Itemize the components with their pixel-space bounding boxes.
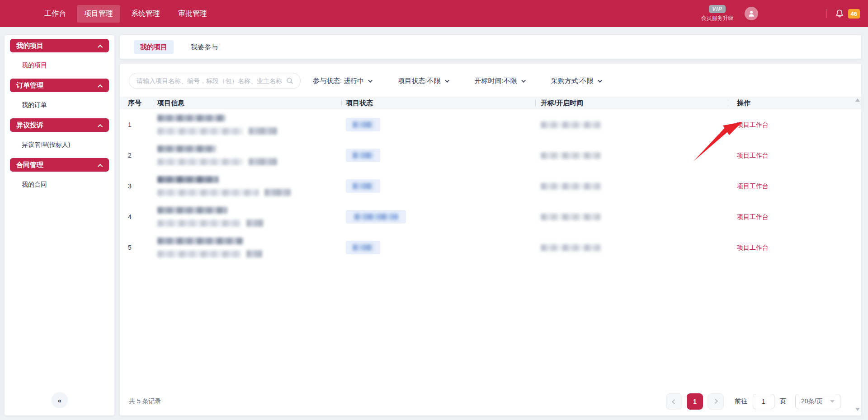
- sidebar-section-my-projects[interactable]: 我的项目: [10, 39, 109, 52]
- status-badge: [346, 118, 380, 131]
- project-tag-redacted: [249, 158, 277, 165]
- open-time-cell: [535, 121, 728, 128]
- filter-procurement-method[interactable]: 采购方式:不限: [551, 77, 602, 85]
- actions-cell: 项目工作台: [728, 182, 861, 191]
- row-index: 4: [120, 213, 154, 220]
- vip-upgrade-link[interactable]: VIP 会员服务升级: [701, 5, 734, 22]
- current-page-button[interactable]: 1: [687, 393, 703, 410]
- page-unit-label: 页: [780, 397, 786, 406]
- sidebar: 我的项目 我的项目 订单管理 我的订单 异议投诉 异议管理(投标人) 合同管理 …: [5, 35, 114, 415]
- notification-count-badge: 46: [848, 9, 860, 19]
- main-area: 我的项目 我要参与 参与状态: 进行中 项目状态:不限: [120, 35, 861, 415]
- open-time-cell: [535, 183, 728, 190]
- project-title-redacted: [157, 207, 227, 214]
- open-time-redacted: [541, 152, 601, 159]
- page-size-select[interactable]: 20条/页: [795, 394, 840, 409]
- sidebar-item-my-projects[interactable]: 我的项目: [5, 59, 114, 72]
- project-workbench-link[interactable]: 项目工作台: [737, 152, 769, 159]
- project-status-cell: [341, 149, 535, 162]
- project-info-cell: [154, 238, 341, 257]
- header-actions: 操作: [728, 97, 861, 109]
- nav-item-system-management[interactable]: 系统管理: [124, 5, 167, 23]
- project-subinfo-redacted: [157, 251, 241, 257]
- table-footer: 共 5 条记录 1 前往 页 20条/页: [120, 387, 861, 415]
- status-badge: [346, 210, 406, 224]
- filter-participation-status[interactable]: 参与状态: 进行中: [313, 77, 373, 85]
- sidebar-collapse-button[interactable]: «: [52, 392, 68, 408]
- actions-cell: 项目工作台: [728, 213, 861, 221]
- project-workbench-link[interactable]: 项目工作台: [737, 121, 769, 128]
- open-time-redacted: [541, 244, 601, 251]
- actions-cell: 项目工作台: [728, 121, 861, 129]
- project-workbench-link[interactable]: 项目工作台: [737, 244, 769, 251]
- chevron-up-icon: [98, 124, 103, 129]
- project-tag-redacted: [246, 219, 264, 227]
- goto-label: 前往: [735, 397, 747, 406]
- vip-upgrade-label: 会员服务升级: [701, 14, 734, 22]
- project-title-redacted: [157, 145, 216, 152]
- open-time-cell: [535, 244, 728, 251]
- sidebar-section-title: 异议投诉: [16, 121, 43, 130]
- search-icon[interactable]: [286, 77, 294, 85]
- row-index: 3: [120, 182, 154, 190]
- row-index: 5: [120, 244, 154, 251]
- project-tag-redacted: [246, 250, 262, 257]
- vertical-scrollbar[interactable]: [855, 97, 860, 413]
- table-row: 4 项目工作台: [120, 201, 861, 232]
- chevron-up-icon: [98, 84, 103, 89]
- total-records-label: 共 5 条记录: [129, 397, 161, 406]
- page-body: 我的项目 我的项目 订单管理 我的订单 异议投诉 异议管理(投标人) 合同管理 …: [0, 27, 868, 420]
- nav-item-workbench[interactable]: 工作台: [37, 5, 73, 23]
- tab-want-to-participate[interactable]: 我要参与: [184, 40, 224, 54]
- project-title-redacted: [157, 115, 225, 121]
- scroll-up-arrow-icon[interactable]: [855, 98, 860, 102]
- project-subinfo-redacted: [157, 189, 259, 196]
- sidebar-item-objection-management[interactable]: 异议管理(投标人): [5, 138, 114, 152]
- scroll-down-arrow-icon[interactable]: [855, 408, 860, 411]
- filter-label: 采购方式:不限: [551, 77, 594, 85]
- user-avatar[interactable]: [745, 7, 758, 20]
- open-time-cell: [535, 214, 728, 220]
- status-badge: [346, 149, 380, 162]
- sidebar-item-my-orders[interactable]: 我的订单: [5, 98, 114, 112]
- row-index: 2: [120, 152, 154, 159]
- chevron-left-icon: [672, 399, 677, 404]
- table-row: 2 项目工作台: [120, 140, 861, 171]
- sidebar-item-my-contracts[interactable]: 我的合同: [5, 178, 114, 191]
- content-panel: 参与状态: 进行中 项目状态:不限 开标时间:不限 采购方式:不限 序号: [120, 64, 861, 415]
- project-subinfo-redacted: [157, 128, 243, 135]
- header-project-status: 项目状态: [341, 97, 535, 109]
- nav-item-project-management[interactable]: 项目管理: [77, 5, 120, 23]
- status-badge: [346, 241, 380, 254]
- goto-page-input[interactable]: [753, 394, 774, 409]
- sidebar-section-contract-management[interactable]: 合同管理: [10, 158, 109, 172]
- username-redacted[interactable]: [764, 10, 818, 17]
- project-status-cell: [341, 118, 535, 131]
- sidebar-section-objection-complaint[interactable]: 异议投诉: [10, 118, 109, 132]
- project-info-cell: [154, 115, 341, 135]
- filter-bid-opening-time[interactable]: 开标时间:不限: [475, 77, 526, 85]
- project-status-cell: [341, 241, 535, 254]
- chevron-right-icon: [713, 399, 718, 404]
- project-workbench-link[interactable]: 项目工作台: [737, 182, 769, 190]
- status-text-redacted: [353, 183, 373, 189]
- tab-my-projects[interactable]: 我的项目: [134, 40, 174, 54]
- prev-page-button[interactable]: [666, 393, 682, 410]
- actions-cell: 项目工作台: [728, 151, 861, 160]
- filter-bar: 参与状态: 进行中 项目状态:不限 开标时间:不限 采购方式:不限: [313, 77, 602, 85]
- next-page-button[interactable]: [708, 393, 724, 410]
- project-workbench-link[interactable]: 项目工作台: [737, 213, 769, 220]
- table-row: 3 项目工作台: [120, 171, 861, 201]
- notifications-button[interactable]: 46: [835, 9, 860, 19]
- open-time-redacted: [541, 121, 601, 128]
- filter-project-status[interactable]: 项目状态:不限: [398, 77, 449, 85]
- page-size-value: 20条/页: [801, 397, 822, 406]
- topbar-right-cluster: VIP 会员服务升级 46: [701, 0, 860, 27]
- search-input[interactable]: [137, 77, 286, 84]
- table-row: 1 项目工作台: [120, 109, 861, 140]
- topbar-divider: [826, 9, 826, 18]
- sidebar-section-order-management[interactable]: 订单管理: [10, 79, 109, 92]
- sidebar-section-title: 订单管理: [16, 81, 43, 90]
- nav-item-approval-management[interactable]: 审批管理: [171, 5, 214, 23]
- status-badge: [346, 179, 380, 193]
